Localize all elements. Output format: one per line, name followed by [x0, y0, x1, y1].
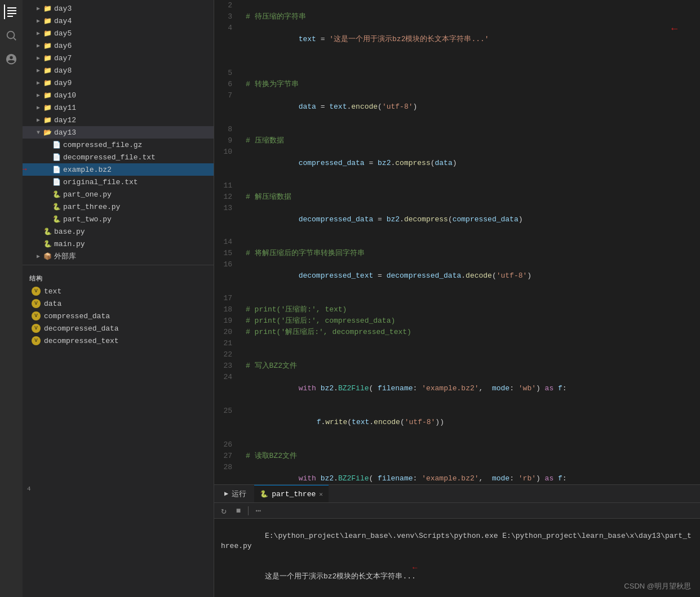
folder-icon-day13: 📂	[43, 128, 52, 137]
tree-label-base: base.py	[54, 228, 85, 236]
line-num-2: 2	[214, 0, 241, 11]
activity-files-icon[interactable]	[4, 5, 19, 19]
struct-item-data[interactable]: V data	[23, 297, 214, 310]
panel-py-icon: 🐍	[260, 490, 268, 498]
struct-label-text: text	[44, 287, 61, 296]
toolbar-refresh-icon[interactable]: ↻	[219, 506, 229, 516]
line-num-13: 13	[214, 203, 241, 214]
struct-icon-compressed-data: V	[32, 311, 41, 320]
tree-label-day5: day5	[54, 29, 72, 38]
code-scroll[interactable]: 2 3 # 待压缩的字符串 4 text = '这是一个用于演示bz2模块的长文…	[214, 0, 700, 484]
tree-item-main[interactable]: ▶ 🐍 main.py	[23, 238, 214, 250]
toolbar-separator	[248, 506, 249, 515]
tree-item-decompressed-txt[interactable]: ▶ 📄 decompressed_file.txt	[23, 151, 214, 163]
code-line-2: 2	[214, 0, 700, 11]
code-line-15: 15 # 将解压缩后的字节串转换回字符串	[214, 248, 700, 259]
tree-item-day8[interactable]: ▶ 📁 day8	[23, 64, 214, 77]
tree-item-day5[interactable]: ▶ 📁 day5	[23, 27, 214, 39]
tree-item-day10[interactable]: ▶ 📁 day10	[23, 89, 214, 101]
tree-item-part-one[interactable]: ▶ 🐍 part_one.py	[23, 188, 214, 201]
tree-item-day11[interactable]: ▶ 📁 day11	[23, 101, 214, 114]
code-line-19: 19 # print('压缩后:', compressed_data)	[214, 315, 700, 327]
code-line-11: 11	[214, 180, 700, 191]
line-content-28: with bz2.BZ2File( filename: 'example.bz2…	[241, 462, 700, 484]
toolbar-stop-icon[interactable]: ■	[233, 506, 243, 516]
tree-label-day11: day11	[54, 104, 76, 112]
line-num-9: 9	[214, 135, 241, 146]
panel-tabs: ▶ 运行 🐍 part_three ✕	[214, 485, 700, 503]
panel-tab-close[interactable]: ✕	[319, 491, 323, 498]
code-line-6: 6 # 转换为字节串	[214, 79, 700, 90]
terminal-cmd-text: E:\python_project\learn_base\.venv\Scrip…	[221, 532, 692, 550]
tree-label-day8: day8	[54, 66, 72, 75]
tree-item-day13[interactable]: ▼ 📂 day13	[23, 126, 214, 139]
panel-tab-part-three[interactable]: 🐍 part_three ✕	[254, 485, 329, 502]
code-line-24: 24 with bz2.BZ2File( filename: 'example.…	[214, 372, 700, 406]
activity-search-icon[interactable]	[4, 28, 19, 43]
tree-item-example-bz2[interactable]: → ▶ 📄 example.bz2	[23, 163, 214, 176]
tree-item-original-txt[interactable]: ▶ 📄 original_file.txt	[23, 176, 214, 188]
editor-area: 2 3 # 待压缩的字符串 4 text = '这是一个用于演示bz2模块的长文…	[214, 0, 700, 597]
line-num-26: 26	[214, 439, 241, 451]
line-num-27: 27	[214, 451, 241, 462]
tree-arrow-day9: ▶	[34, 78, 43, 87]
code-line-3: 3 # 待压缩的字符串	[214, 11, 700, 23]
tree-label-main: main.py	[54, 240, 85, 248]
line-num-16: 16	[214, 259, 241, 270]
code-line-20: 20 # print('解压缩后:', decompressed_text)	[214, 327, 700, 338]
tree-label-external-libs: 外部库	[54, 251, 76, 261]
code-line-7: 7 data = text.encode('utf-8')	[214, 90, 700, 124]
line-num-22: 22	[214, 349, 241, 360]
panel-toolbar: ↻ ■ ⋯ 4	[214, 503, 700, 519]
tree-item-day3[interactable]: ▶ 📁 day3	[23, 2, 214, 15]
code-arrow-line4: ←	[671, 23, 677, 34]
line-num-4: 4	[214, 23, 241, 34]
struct-item-decompressed-text[interactable]: V decompressed_text	[23, 335, 214, 347]
struct-label-compressed-data: compressed_data	[44, 312, 110, 320]
tree-label-part-one: part_one.py	[63, 190, 112, 199]
code-line-9: 9 # 压缩数据	[214, 135, 700, 146]
tree-item-compressed-gz[interactable]: ▶ 📄 compressed_file.gz	[23, 139, 214, 151]
toolbar-more-icon[interactable]: ⋯	[253, 506, 263, 516]
tree-item-day6[interactable]: ▶ 📁 day6	[23, 39, 214, 52]
struct-item-decompressed-data[interactable]: V decompressed_data	[23, 322, 214, 335]
line-content-6: # 转换为字节串	[241, 79, 700, 90]
code-line-14: 14	[214, 237, 700, 248]
line-content-12: # 解压缩数据	[241, 191, 700, 203]
folder-icon-day12: 📁	[43, 115, 52, 124]
tree-item-part-three[interactable]: ▶ 🐍 part_three.py	[23, 201, 214, 213]
tree-item-base[interactable]: ▶ 🐍 base.py	[23, 225, 214, 238]
struct-icon-text: V	[32, 287, 41, 296]
tree-item-day9[interactable]: ▶ 📁 day9	[23, 77, 214, 89]
code-line-17: 17	[214, 293, 700, 304]
tree-item-day4[interactable]: ▶ 📁 day4	[23, 15, 214, 27]
folder-icon-day3: 📁	[43, 4, 52, 13]
line-content-15: # 将解压缩后的字节串转换回字符串	[241, 248, 700, 259]
struct-item-compressed-data[interactable]: V compressed_data	[23, 310, 214, 322]
struct-item-text[interactable]: V text	[23, 285, 214, 297]
line-content-19: # print('压缩后:', compressed_data)	[241, 315, 700, 327]
terminal-output-line: 这是一个用于演示bz2模块的长文本字符串... ←	[221, 562, 693, 597]
structure-section: 结构 V text V data V compressed_data V dec…	[23, 265, 214, 351]
tree-arrow-day11: ▶	[34, 103, 43, 112]
panel-run-label: 运行	[232, 489, 246, 499]
code-line-10: 10 compressed_data = bz2.compress(data)	[214, 146, 700, 180]
tree-label-part-three: part_three.py	[63, 203, 120, 211]
tree-arrow-day12: ▶	[34, 115, 43, 124]
folder-icon-day6: 📁	[43, 41, 52, 50]
line-num-18: 18	[214, 304, 241, 315]
tree-item-part-two[interactable]: ▶ 🐍 part_two.py	[23, 213, 214, 225]
tree-arrow-day5: ▶	[34, 29, 43, 38]
panel-tab-run[interactable]: ▶ 运行	[219, 485, 252, 502]
py-icon-base: 🐍	[43, 227, 52, 236]
tree-label-day6: day6	[54, 42, 72, 50]
tree-item-day7[interactable]: ▶ 📁 day7	[23, 52, 214, 64]
watermark: CSDN @明月望秋思	[624, 581, 691, 591]
tree-item-external-libs[interactable]: ▶ 📦 外部库	[23, 250, 214, 262]
activity-git-icon[interactable]	[4, 52, 19, 66]
code-line-18: 18 # print('压缩前:', text)	[214, 304, 700, 315]
tree-label-example-bz2: example.bz2	[63, 166, 112, 174]
struct-icon-decompressed-text: V	[32, 336, 41, 345]
tree-item-day12[interactable]: ▶ 📁 day12	[23, 114, 214, 126]
folder-icon-day10: 📁	[43, 91, 52, 100]
